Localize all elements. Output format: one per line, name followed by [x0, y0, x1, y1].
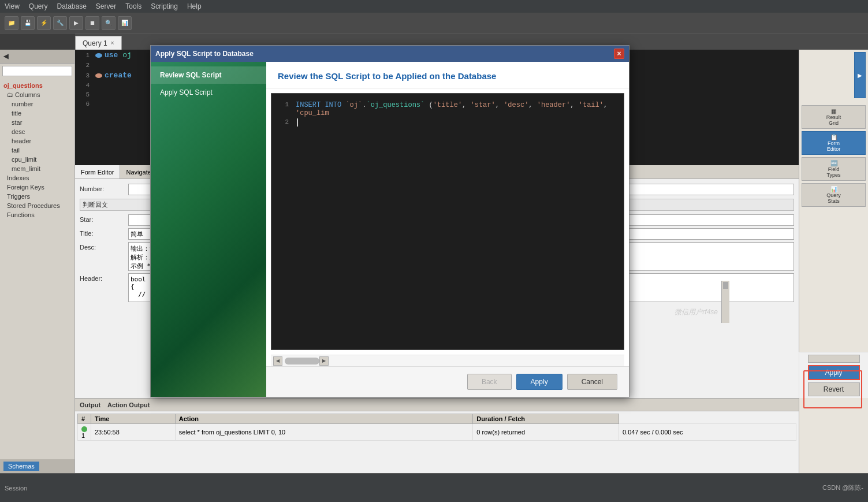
scroll-thumb[interactable] [285, 358, 319, 365]
back-button[interactable]: Back [467, 374, 512, 390]
dialog-footer: Back Apply Cancel [266, 366, 629, 397]
script-line-2: 2 [278, 118, 617, 127]
cancel-button[interactable]: Cancel [567, 374, 617, 390]
dialog-content-header: Review the SQL Script to be Applied on t… [266, 62, 629, 88]
dialog-script-area: 1 INSERT INTO `oj`.`oj_questions` ('titl… [271, 93, 624, 350]
dialog-close-button[interactable]: × [614, 49, 624, 59]
dialog-overlay: Apply SQL Script to Database × Review SQ… [0, 0, 868, 502]
dialog-body: Review SQL Script Apply SQL Script Revie… [151, 62, 629, 397]
scroll-right-arrow[interactable]: ▶ [319, 356, 329, 366]
dialog-titlebar: Apply SQL Script to Database × [151, 46, 629, 62]
scroll-area: ◀ ▶ [271, 355, 624, 366]
dialog-right-content: Review the SQL Script to be Applied on t… [266, 62, 629, 397]
text-cursor [297, 118, 298, 127]
nav-apply-sql[interactable]: Apply SQL Script [151, 84, 266, 101]
nav-review-sql[interactable]: Review SQL Script [151, 66, 266, 84]
apply-sql-dialog: Apply SQL Script to Database × Review SQ… [150, 45, 629, 397]
dialog-title: Apply SQL Script to Database [155, 50, 254, 58]
apply-button[interactable]: Apply [516, 374, 562, 390]
scroll-left-arrow[interactable]: ◀ [273, 356, 282, 366]
script-line-1: 1 INSERT INTO `oj`.`oj_questions` ('titl… [278, 101, 617, 118]
dialog-content-title: Review the SQL Script to be Applied on t… [278, 71, 617, 81]
dialog-left-nav: Review SQL Script Apply SQL Script [151, 62, 266, 397]
